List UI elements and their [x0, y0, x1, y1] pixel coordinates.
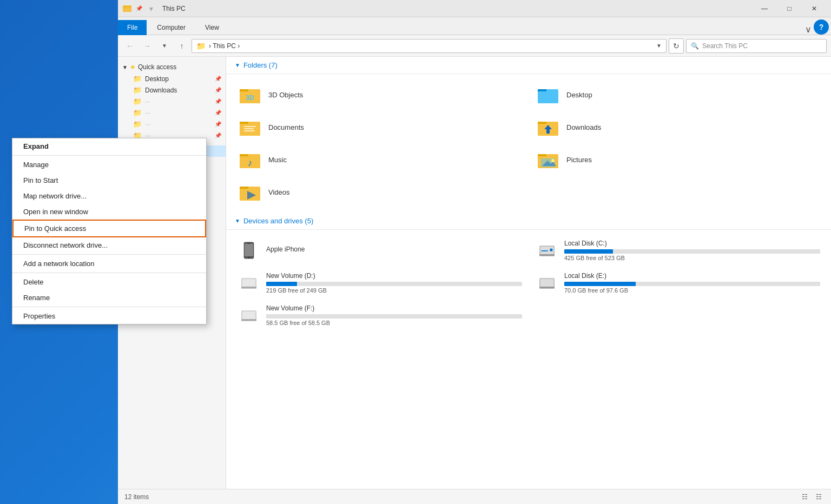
folder-videos-icon — [237, 181, 263, 203]
path-text: › This PC › — [209, 42, 240, 50]
ctx-disconnect-drive[interactable]: Disconnect network drive... — [12, 237, 206, 253]
drive-new-d[interactable]: New Volume (D:) 219 GB free of 249 GB — [230, 267, 529, 299]
drive-c-bar-bg — [564, 249, 820, 254]
drive-d-space: 219 GB free of 249 GB — [266, 287, 522, 294]
drive-e-info: Local Disk (E:) 70.0 GB free of 97.6 GB — [564, 272, 820, 294]
ctx-open-new-window[interactable]: Open in new window — [12, 204, 206, 220]
close-button[interactable]: ✕ — [802, 0, 827, 17]
sidebar-item-downloads[interactable]: 📁 Downloads 📌 — [118, 84, 226, 96]
ctx-add-network[interactable]: Add a network location — [12, 256, 206, 271]
forward-button[interactable]: → — [140, 38, 155, 54]
ctx-pin-quick-access[interactable]: Pin to Quick access — [12, 220, 206, 237]
folders-section-header[interactable]: ▼ Folders (7) — [226, 57, 831, 74]
svg-rect-13 — [240, 124, 260, 136]
minimize-button[interactable]: — — [752, 0, 777, 17]
sidebar-downloads-label: Downloads — [145, 87, 177, 94]
items-count: 12 items — [124, 493, 149, 501]
folder-videos-label: Videos — [268, 188, 290, 196]
ctx-map-drive[interactable]: Map network drive... — [12, 188, 206, 204]
ribbon-tabs: File Computer View ∨ ? — [118, 17, 831, 35]
view-icons: ☷ ☷ — [799, 492, 825, 502]
ctx-properties[interactable]: Properties — [12, 308, 206, 324]
iphone-name: Apple iPhone — [266, 246, 522, 253]
address-path[interactable]: 📁 › This PC › ▼ — [192, 39, 667, 53]
folder-downloads[interactable]: Downloads — [529, 111, 827, 143]
folder-3d-objects[interactable]: 3D 3D Objects — [230, 78, 529, 111]
explorer-icon — [122, 4, 132, 14]
folder-documents[interactable]: Documents — [230, 111, 529, 143]
folder-music-label: Music — [268, 156, 287, 164]
ctx-divider-2 — [12, 254, 206, 255]
title-bar: 📌 ▾ This PC — □ ✕ — [118, 0, 831, 17]
qa5-icon: 📁 — [133, 120, 142, 128]
drive-e-space: 70.0 GB free of 97.6 GB — [564, 287, 820, 294]
drives-chevron: ▼ — [235, 218, 240, 224]
list-view-button[interactable]: ☷ — [799, 492, 810, 502]
drive-c-icon — [535, 241, 559, 260]
search-icon: 🔍 — [691, 42, 699, 50]
address-bar: ← → ▼ ↑ 📁 › This PC › ▼ ↻ 🔍 Search This … — [118, 35, 831, 57]
ribbon-expand-icon[interactable]: ∨ — [805, 24, 812, 35]
svg-rect-48 — [540, 279, 554, 288]
help-button[interactable]: ? — [814, 19, 829, 35]
path-dropdown-icon[interactable]: ▼ — [656, 43, 662, 49]
svg-rect-38 — [247, 243, 250, 244]
pin-icon-qa6: 📌 — [215, 132, 221, 138]
sidebar-item-qa3[interactable]: 📁 ··· 📌 — [118, 96, 226, 107]
sidebar-item-qa5[interactable]: 📁 ··· 📌 — [118, 118, 226, 130]
back-button[interactable]: ← — [122, 38, 137, 54]
sidebar-desktop-label: Desktop — [145, 75, 169, 83]
qa3-icon: 📁 — [133, 97, 142, 105]
iphone-info: Apple iPhone — [266, 246, 522, 255]
drive-d-info: New Volume (D:) 219 GB free of 249 GB — [266, 272, 522, 294]
drives-section-header[interactable]: ▼ Devices and drives (5) — [226, 213, 831, 230]
quick-access-label: Quick access — [138, 63, 176, 71]
drives-label: Devices and drives (5) — [243, 217, 313, 225]
sidebar-item-desktop[interactable]: 📁 Desktop 📌 — [118, 73, 226, 84]
drive-f-name: New Volume (F:) — [266, 304, 522, 312]
folder-videos[interactable]: Videos — [230, 176, 529, 208]
ctx-pin-start[interactable]: Pin to Start — [12, 173, 206, 188]
search-box[interactable]: 🔍 Search This PC — [686, 39, 827, 53]
ctx-manage[interactable]: Manage — [12, 157, 206, 173]
recent-locations-button[interactable]: ▼ — [157, 38, 172, 54]
large-icons-view-button[interactable]: ☷ — [813, 492, 825, 502]
drive-local-c[interactable]: Local Disk (C:) 425 GB free of 523 GB — [529, 234, 827, 267]
drive-e-icon — [535, 273, 559, 293]
folder-pictures-label: Pictures — [566, 156, 592, 164]
ctx-rename[interactable]: Rename — [12, 290, 206, 306]
tab-view[interactable]: View — [196, 20, 228, 35]
folders-chevron: ▼ — [235, 62, 240, 68]
context-menu: Expand Manage Pin to Start Map network d… — [12, 138, 207, 324]
tab-computer[interactable]: Computer — [148, 20, 195, 35]
folder-pictures[interactable]: Pictures — [529, 143, 827, 176]
tab-file[interactable]: File — [118, 20, 147, 35]
svg-rect-49 — [539, 287, 555, 289]
up-button[interactable]: ↑ — [174, 38, 189, 54]
ctx-divider-1 — [12, 155, 206, 156]
folder-pictures-icon — [535, 149, 561, 170]
pin-icon-qa3: 📌 — [215, 98, 221, 104]
search-placeholder: Search This PC — [702, 42, 748, 50]
drive-f-info: New Volume (F:) 58.5 GB free of 58.5 GB — [266, 304, 522, 326]
drive-c-name: Local Disk (C:) — [564, 240, 820, 247]
sidebar-quick-access-header[interactable]: ▼ ★ Quick access — [118, 61, 226, 73]
sidebar-item-qa4[interactable]: 📁 ··· 📌 — [118, 107, 226, 118]
refresh-button[interactable]: ↻ — [669, 38, 684, 54]
qa4-icon: 📁 — [133, 109, 142, 117]
quick-access-chevron: ▼ — [122, 64, 128, 70]
svg-rect-46 — [241, 287, 256, 289]
drive-apple-iphone[interactable]: Apple iPhone — [230, 234, 529, 267]
drive-d-bar-bg — [266, 282, 522, 286]
pin-icon-qa5: 📌 — [215, 121, 221, 127]
ctx-expand[interactable]: Expand — [12, 138, 206, 154]
ctx-delete[interactable]: Delete — [12, 274, 206, 290]
folder-desktop[interactable]: Desktop — [529, 78, 827, 111]
folder-music[interactable]: ♪ Music — [230, 143, 529, 176]
drive-new-f[interactable]: New Volume (F:) 58.5 GB free of 58.5 GB — [230, 299, 529, 331]
svg-point-37 — [248, 257, 249, 258]
maximize-button[interactable]: □ — [777, 0, 802, 17]
svg-rect-36 — [245, 244, 253, 256]
drive-local-e[interactable]: Local Disk (E:) 70.0 GB free of 97.6 GB — [529, 267, 827, 299]
drive-f-bar-bg — [266, 314, 522, 319]
